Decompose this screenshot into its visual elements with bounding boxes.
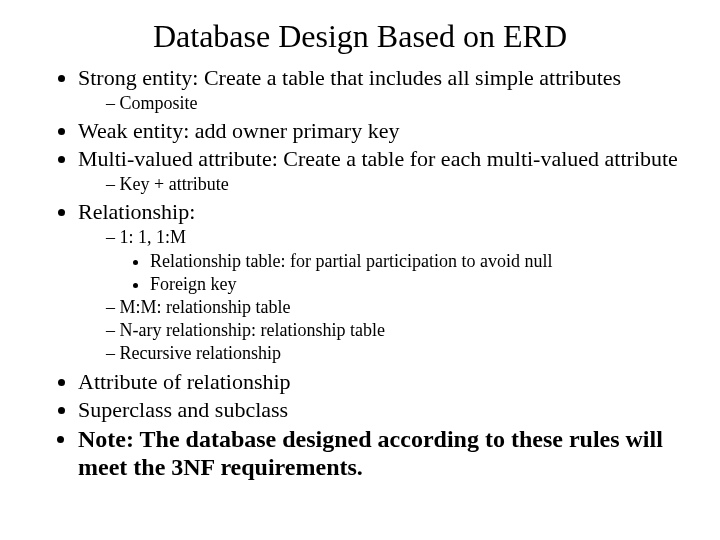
bullet-text: Superclass and subclass [78,397,288,422]
sublist: Key + attribute [78,174,684,195]
bullet-text: M:M: relationship table [120,297,291,317]
bullet-foreign-key: Foreign key [150,274,684,295]
bullet-text: Composite [120,93,198,113]
bullet-text: Relationship table: for partial particip… [150,251,552,271]
bullet-relationship: Relationship: 1: 1, 1:M Relationship tab… [78,199,684,364]
bullet-recursive: Recursive relationship [106,343,684,364]
sublist: Composite [78,93,684,114]
bullet-text: Foreign key [150,274,236,294]
sub-sublist: Relationship table: for partial particip… [106,251,684,295]
bullet-rel-table: Relationship table: for partial particip… [150,251,684,272]
bullet-nary: N-ary relationship: relationship table [106,320,684,341]
page-title: Database Design Based on ERD [36,18,684,55]
bullet-composite: Composite [106,93,684,114]
bullet-text: Relationship: [78,199,195,224]
bullet-text: Strong entity: Create a table that inclu… [78,65,621,90]
bullet-superclass: Superclass and subclass [78,397,684,423]
sublist: 1: 1, 1:M Relationship table: for partia… [78,227,684,364]
bullet-note: Note: The database designed according to… [78,425,684,482]
bullet-text: 1: 1, 1:M [120,227,187,247]
bullet-text: Multi-valued attribute: Create a table f… [78,146,678,171]
bullet-mm: M:M: relationship table [106,297,684,318]
bullet-attr-of-rel: Attribute of relationship [78,369,684,395]
bullet-text: Key + attribute [120,174,229,194]
bullet-rel-1-1: 1: 1, 1:M Relationship table: for partia… [106,227,684,295]
bullet-text: Note: The database designed according to… [78,426,663,480]
bullet-text: Weak entity: add owner primary key [78,118,399,143]
bullet-text: N-ary relationship: relationship table [120,320,385,340]
bullet-key-attribute: Key + attribute [106,174,684,195]
bullet-text: Attribute of relationship [78,369,291,394]
bullet-multi-valued: Multi-valued attribute: Create a table f… [78,146,684,195]
bullet-strong-entity: Strong entity: Create a table that inclu… [78,65,684,114]
bullet-weak-entity: Weak entity: add owner primary key [78,118,684,144]
outline-list: Strong entity: Create a table that inclu… [36,65,684,481]
bullet-text: Recursive relationship [120,343,281,363]
